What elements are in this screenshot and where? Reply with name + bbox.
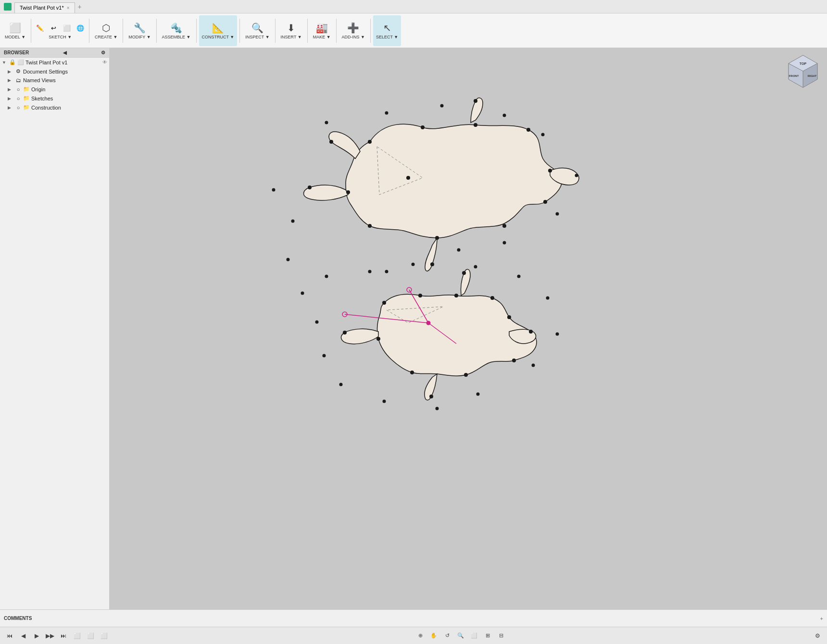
tab-area: Twist Plant Pot v1* × + [14,0,85,13]
main-tab[interactable]: Twist Plant Pot v1* × [14,2,75,13]
playback-next-button[interactable]: ▶▶ [44,630,56,642]
layout-button[interactable]: ⊟ [495,630,507,642]
dot-b9[interactable] [410,371,414,374]
dot-t12[interactable] [329,140,333,144]
dot-b5[interactable] [507,315,511,319]
sketch-btn-2[interactable]: ↩ [47,22,60,34]
bottom-bar: ⏮ ◀ ▶ ▶▶ ⏭ ⬜ ⬜ ⬜ ⊕ ✋ ↺ 🔍 ⬜ ⊞ ⊟ ⚙ [0,627,827,644]
sidebar-collapse-icon[interactable]: ◀ [63,50,67,55]
toolbar-construct[interactable]: 📐 CONSTRUCT ▼ [199,15,238,46]
playback-play-button[interactable]: ▶ [31,630,42,642]
sidebar-item-construction[interactable]: ▶ ○ 📁 Construction [0,103,109,112]
dot-t2[interactable] [421,125,425,129]
dot-ts14 [272,188,276,192]
sidebar-item-root[interactable]: ▼ 🔒 ⬜ Twist Plant Pot v1 👁 [0,58,109,67]
orbit-button[interactable]: ⊕ [414,630,426,642]
dot-t3[interactable] [474,123,477,127]
sidebar-item-named-views[interactable]: ▶ 🗂 Named Views [0,76,109,85]
arrow-doc-settings: ▶ [8,69,13,74]
title-bar: Twist Plant Pot v1* × + [0,0,827,13]
dot-b6[interactable] [529,330,533,334]
sketch-btn-3[interactable]: ⬜ [61,22,73,34]
timeline-icon-3[interactable]: ⬜ [98,630,110,642]
tab-close-button[interactable]: × [67,5,70,11]
dot-b12[interactable] [462,271,466,275]
toolbar-assemble[interactable]: 🔩 ASSEMBLE ▼ [159,15,194,46]
dot-ts7 [556,212,559,216]
playback-prev-button[interactable]: ◀ [17,630,29,642]
dot-t6[interactable] [543,200,547,204]
toolbar-inspect[interactable]: 🔍 INSPECT ▼ [242,15,272,46]
tab-add-button[interactable]: + [75,3,85,11]
select-label: SELECT ▼ [376,35,398,39]
toolbar-select[interactable]: ↖ SELECT ▼ [373,15,401,46]
root-eye-icon[interactable]: 👁 [102,60,107,65]
dot-bs14 [301,292,304,295]
root-label: Twist Plant Pot v1 [25,60,101,65]
dot-ts13 [325,121,328,124]
dot-b4[interactable] [490,296,494,300]
sketch-btn-4[interactable]: 🌐 [74,22,87,34]
assemble-icon: 🔩 [170,22,182,34]
pan-button[interactable]: ✋ [428,630,439,642]
dot-ts11 [440,104,444,108]
dot-t8[interactable] [435,236,439,240]
dot-b11[interactable] [343,331,347,334]
bottom-center-controls: ⊕ ✋ ↺ 🔍 ⬜ ⊞ ⊟ [112,630,810,642]
sidebar-settings-icon[interactable]: ⚙ [101,50,105,55]
insert-icon: ⬇ [287,22,295,34]
undo-view-button[interactable]: ↺ [441,630,453,642]
divider-6 [239,19,240,43]
toolbar-create[interactable]: ⬡ CREATE ▼ [92,15,120,46]
comments-expand-button[interactable]: + [820,616,823,621]
dot-t9[interactable] [368,224,372,228]
dot-t14[interactable] [430,262,434,266]
toolbar-addins[interactable]: ➕ ADD-INS ▼ [339,15,368,46]
dot-bs7 [532,364,535,367]
top-bottom-lobe [425,238,437,271]
dot-ts8 [575,174,578,177]
divider-7 [275,19,276,43]
sidebar-item-doc-settings[interactable]: ▶ ⚙ Document Settings [0,67,109,76]
sidebar-item-origin[interactable]: ▶ ○ 📁 Origin [0,85,109,94]
dot-b7[interactable] [512,359,516,362]
bot-left-lobe [341,329,378,344]
dot-t10[interactable] [346,190,350,194]
canvas-svg [110,48,827,609]
dot-t5[interactable] [548,169,552,173]
dot-b3[interactable] [454,294,458,297]
dot-t1[interactable] [368,140,372,144]
playback-start-button[interactable]: ⏮ [4,630,15,642]
canvas[interactable]: TOP RIGHT FRONT [110,48,827,609]
dot-b2[interactable] [418,294,422,297]
display-mode-button[interactable]: ⬜ [468,630,480,642]
divider-3 [123,19,123,43]
sidebar-item-sketches[interactable]: ▶ ○ 📁 Sketches [0,94,109,103]
named-views-label: Named Views [23,77,107,83]
playback-end-button[interactable]: ⏭ [58,630,69,642]
dot-ts3 [325,275,328,278]
grid-view-button[interactable]: ⊞ [482,630,493,642]
toolbar-make[interactable]: 🏭 MAKE ▼ [310,15,334,46]
settings-button[interactable]: ⚙ [812,630,823,642]
zoom-button[interactable]: 🔍 [455,630,466,642]
timeline-icon-1[interactable]: ⬜ [71,630,83,642]
inspect-label: INSPECT ▼ [245,35,269,39]
toolbar-insert[interactable]: ⬇ INSERT ▼ [278,15,305,46]
bottom-right: ⚙ [812,630,823,642]
dot-t11[interactable] [308,186,312,189]
dot-b10[interactable] [376,337,380,341]
toolbar-modify[interactable]: 🔧 MODIFY ▼ [125,15,153,46]
timeline-icon-2[interactable]: ⬜ [85,630,96,642]
sketch-btn-1[interactable]: ✏️ [34,22,46,34]
dot-b1[interactable] [382,301,386,305]
dot-t4[interactable] [526,128,530,132]
origin-label: Origin [31,87,107,92]
dot-b13[interactable] [429,395,433,398]
dot-t7[interactable] [502,224,506,228]
dot-t15[interactable] [474,99,477,103]
dot-b8[interactable] [464,373,468,377]
assemble-label: ASSEMBLE ▼ [162,35,191,39]
toolbar-model[interactable]: ⬜ MODEL ▼ [2,15,28,46]
dot-bs10 [517,275,521,278]
